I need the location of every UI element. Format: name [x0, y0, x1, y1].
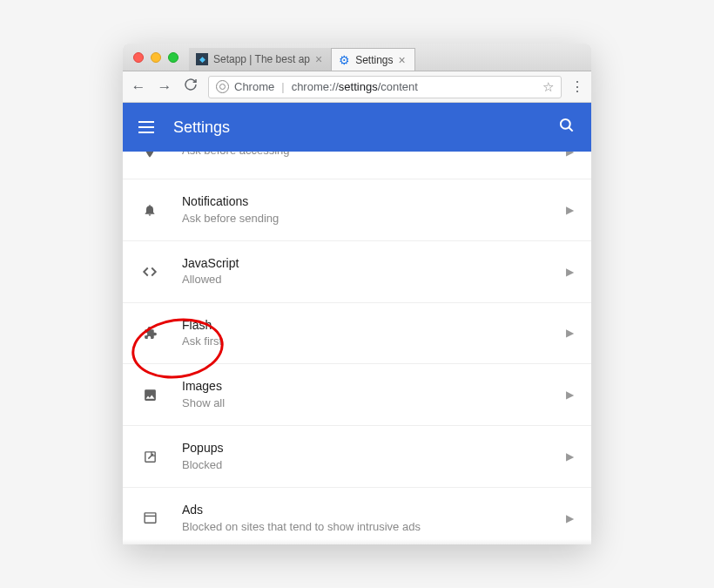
item-title: Images: [182, 378, 566, 395]
item-title: Flash: [182, 317, 566, 335]
svg-line-1: [569, 128, 573, 132]
window-icon: [138, 510, 161, 525]
chevron-right-icon: ▶: [566, 204, 574, 216]
reload-button[interactable]: [182, 78, 199, 96]
search-button[interactable]: [558, 117, 576, 138]
chevron-right-icon: ▶: [566, 152, 574, 158]
svg-point-0: [561, 119, 570, 129]
maximize-window-button[interactable]: [168, 52, 178, 63]
chevron-right-icon: ▶: [566, 266, 574, 278]
minimize-window-button[interactable]: [151, 52, 161, 63]
content-item-images[interactable]: Images Show all ▶: [123, 364, 591, 426]
fade-overlay: [123, 539, 591, 544]
extension-icon: [138, 326, 161, 341]
gear-favicon-icon: ⚙: [339, 53, 350, 67]
toolbar: ← → Chrome | chrome://settings/content ☆…: [123, 71, 591, 103]
url-scheme-label: Chrome: [234, 80, 274, 93]
item-subtitle: Ask before sending: [182, 211, 566, 226]
chevron-right-icon: ▶: [566, 389, 574, 401]
reload-icon: [184, 78, 198, 91]
close-window-button[interactable]: [133, 52, 144, 63]
svg-rect-3: [145, 513, 156, 523]
item-subtitle: Ask first: [182, 334, 566, 349]
content-item-ads[interactable]: Ads Blocked on sites that tend to show i…: [123, 488, 591, 544]
setapp-favicon-icon: ◆: [196, 53, 208, 65]
item-title: JavaScript: [182, 255, 566, 273]
bell-icon: [138, 203, 161, 217]
browser-window: ◆ Setapp | The best ap × ⚙ Settings × ← …: [123, 44, 591, 544]
item-subtitle: Allowed: [182, 272, 566, 287]
menu-icon[interactable]: [138, 121, 154, 133]
content-item-location[interactable]: Ask before accessing ▶: [123, 152, 591, 179]
tab-title: Settings: [355, 54, 393, 66]
tab-setapp[interactable]: ◆ Setapp | The best ap ×: [189, 48, 332, 71]
content-item-notifications[interactable]: Notifications Ask before sending ▶: [123, 179, 591, 241]
item-subtitle: Blocked on sites that tend to show intru…: [182, 519, 566, 535]
code-icon: [138, 264, 161, 280]
content-area: Ask before accessing ▶ Notifications Ask…: [123, 152, 591, 544]
window-controls: [123, 52, 189, 63]
bookmark-star-icon[interactable]: ☆: [542, 79, 554, 95]
item-subtitle: Ask before accessing: [182, 152, 566, 159]
page-title: Settings: [173, 118, 230, 137]
close-tab-icon[interactable]: ×: [399, 54, 406, 66]
item-title: Ads: [182, 502, 566, 519]
chrome-scheme-icon: [216, 80, 229, 93]
image-icon: [138, 388, 161, 402]
chevron-right-icon: ▶: [566, 512, 574, 524]
chevron-right-icon: ▶: [566, 327, 574, 339]
url-path: /content: [378, 80, 418, 93]
search-icon: [558, 117, 576, 134]
tab-settings[interactable]: ⚙ Settings ×: [332, 48, 415, 71]
location-icon: [138, 152, 161, 159]
url-host: settings: [339, 80, 378, 93]
settings-header: Settings: [123, 103, 591, 152]
content-item-javascript[interactable]: JavaScript Allowed ▶: [123, 241, 591, 303]
content-item-popups[interactable]: Popups Blocked ▶: [123, 426, 591, 488]
url-separator: |: [281, 80, 284, 93]
back-button[interactable]: ←: [130, 78, 147, 96]
forward-button[interactable]: →: [156, 78, 173, 96]
browser-menu-button[interactable]: ⋮: [570, 78, 584, 95]
popup-icon: [138, 449, 161, 464]
close-tab-icon[interactable]: ×: [315, 53, 322, 65]
url-prefix: chrome://: [292, 80, 339, 93]
tabs: ◆ Setapp | The best ap × ⚙ Settings ×: [189, 44, 591, 71]
item-title: Popups: [182, 440, 566, 457]
tab-strip: ◆ Setapp | The best ap × ⚙ Settings ×: [123, 44, 591, 71]
content-item-flash[interactable]: Flash Ask first ▶: [123, 303, 591, 365]
item-title: Notifications: [182, 193, 566, 211]
item-subtitle: Blocked: [182, 457, 566, 473]
item-subtitle: Show all: [182, 395, 566, 411]
chevron-right-icon: ▶: [566, 450, 574, 463]
content-settings-list: Ask before accessing ▶ Notifications Ask…: [123, 152, 591, 544]
tab-title: Setapp | The best ap: [213, 53, 310, 65]
address-bar[interactable]: Chrome | chrome://settings/content ☆: [208, 76, 562, 98]
